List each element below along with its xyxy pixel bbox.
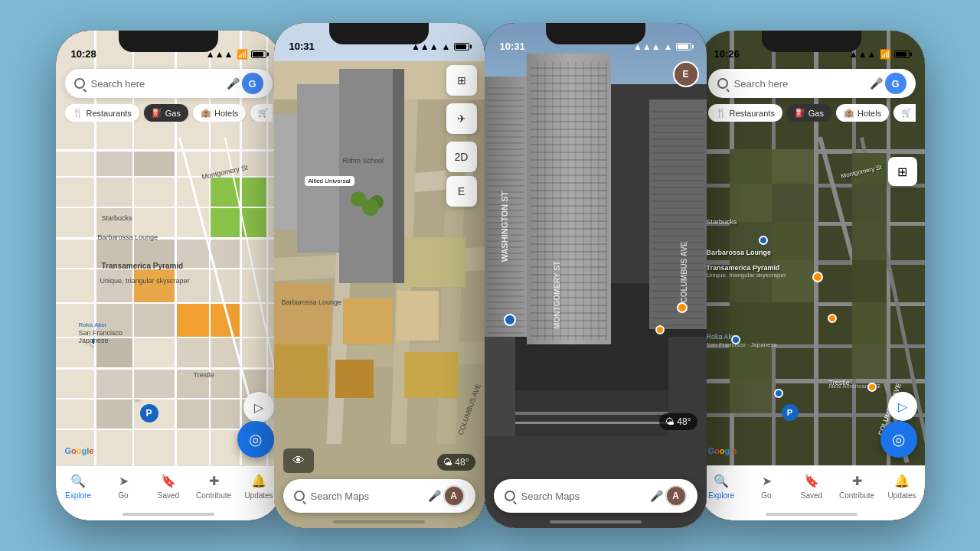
location-icon: ◎ (892, 430, 905, 448)
pill-groceries[interactable]: 🛒 Groceries (250, 104, 272, 122)
tab-go[interactable]: ➤ Go (101, 472, 146, 500)
pill-label: Restaurants (87, 109, 132, 118)
sat-pin-blue (759, 236, 768, 245)
street-label-columbus: COLUMBUS AVE (679, 242, 688, 303)
phone-4-search-bar[interactable]: Search here 🎤 G (708, 69, 916, 98)
google-logo-sat: Google (708, 446, 737, 455)
mic-icon[interactable]: 🎤 (426, 487, 443, 504)
phone-2-time: 10:31 (289, 41, 315, 52)
navigate-icon: ▷ (254, 400, 263, 415)
windows (531, 61, 607, 341)
tab-go-4[interactable]: ➤ Go (744, 472, 789, 500)
search-icon (74, 78, 85, 89)
sat-block (772, 222, 814, 260)
pill-restaurants[interactable]: 🍴 Restaurants (65, 104, 139, 122)
binoculars-icon: 👁 (292, 454, 305, 468)
fab-button[interactable]: ◎ (237, 421, 274, 458)
road (56, 207, 282, 208)
fab-button-sat[interactable]: ◎ (880, 421, 917, 458)
sat-block (852, 260, 887, 302)
mic-icon[interactable]: 🎤 (648, 487, 665, 504)
phone-3-search[interactable]: Search Maps 🎤 A (494, 479, 697, 513)
tab-saved-4[interactable]: 🔖 Saved (789, 472, 835, 500)
tab-label: Updates (887, 491, 916, 500)
account-icon[interactable]: G (242, 73, 263, 94)
tab-contribute[interactable]: ✚ Contribute (191, 472, 237, 500)
tab-explore[interactable]: 🔍 Explore (56, 472, 101, 500)
city-block (175, 337, 240, 367)
layers-icon: ⊞ (897, 165, 907, 179)
2d-button[interactable]: 2D (446, 142, 477, 172)
city-block (94, 398, 132, 429)
pill-gas-4[interactable]: ⛽ Gas (787, 104, 831, 122)
phone-1-screen: 10:28 ▲▲▲ 📶 (56, 31, 282, 520)
pill-hotels-4[interactable]: 🏨 Hotels (836, 104, 889, 122)
sat-pin-blue3 (774, 389, 783, 398)
tab-saved[interactable]: 🔖 Saved (146, 472, 191, 500)
explore-icon: 🔍 (70, 472, 87, 489)
pill-label: Hotels (214, 109, 238, 118)
binoculars-button[interactable]: 👁 (283, 448, 314, 473)
pill-label: Gas (808, 109, 824, 118)
windows (652, 106, 704, 327)
avatar[interactable]: A (665, 485, 687, 507)
user-button[interactable]: E (446, 176, 477, 207)
building-right (649, 99, 707, 329)
account-icon[interactable]: G (885, 73, 906, 94)
road-line (515, 412, 676, 415)
search-icon (294, 491, 305, 501)
city-block (94, 176, 132, 207)
layers-button-sat[interactable]: ⊞ (888, 157, 917, 186)
tab-label: Saved (158, 491, 179, 500)
saved-icon: 🔖 (160, 472, 177, 489)
phone-1-search-bar[interactable]: Search here 🎤 G (65, 69, 273, 98)
map-pin-orange (677, 302, 688, 313)
map-label-transamerica-sub: Unique, triangular skyscraper (100, 277, 190, 285)
label-allied: Allied Universal (305, 176, 354, 186)
navigate-button[interactable]: ▷ (243, 392, 274, 422)
road (56, 176, 282, 178)
wifi-icon: ▲ (442, 41, 451, 52)
home-indicator (550, 520, 642, 523)
city-block (94, 149, 132, 176)
sat-label-japanese: San Francisco · Japanese (707, 341, 778, 348)
pill-restaurants-4[interactable]: 🍴 Restaurants (708, 104, 782, 122)
lower-building (485, 329, 515, 436)
sat-block (730, 379, 772, 413)
pill-label: Gas (165, 109, 181, 118)
pill-groceries-4[interactable]: 🛒 Groceries (893, 104, 915, 122)
avatar[interactable]: A (443, 485, 465, 507)
city-block (94, 367, 175, 398)
tab-contribute-4[interactable]: ✚ Contribute (835, 472, 880, 500)
mic-icon[interactable]: 🎤 (868, 75, 885, 92)
phone-4: 10:26 ▲▲▲ 📶 (699, 31, 925, 520)
phone-3-screen: 10:31 ▲▲▲ ▲ (485, 23, 707, 528)
compass-button[interactable]: ✈ (446, 103, 477, 134)
pill-hotels[interactable]: 🏨 Hotels (193, 104, 246, 122)
sat-pin-orange (812, 272, 823, 282)
temp-text: 48° (677, 416, 691, 427)
building-6 (397, 291, 439, 341)
sat-block (852, 302, 887, 344)
phone-2-search[interactable]: Search Maps 🎤 A (283, 479, 475, 513)
city-block-orange (132, 268, 175, 302)
pill-gas[interactable]: ⛽ Gas (144, 104, 188, 122)
wifi-icon: 📶 (880, 49, 891, 60)
phone-4-category-pills: 🍴 Restaurants ⛽ Gas 🏨 Hotels 🛒 Groceries (708, 104, 916, 122)
tab-label: Contribute (196, 491, 231, 500)
sat-block (730, 184, 772, 222)
mic-icon[interactable]: 🎤 (225, 75, 242, 92)
city-block (132, 149, 175, 176)
tab-updates-4[interactable]: 🔔 Updates (880, 472, 925, 500)
user-avatar[interactable]: E (673, 61, 699, 87)
label-rithm: Rithm School (343, 157, 384, 165)
phone-3-time: 10:31 (500, 41, 525, 52)
home-indicator (122, 513, 214, 516)
home-indicator (333, 520, 425, 523)
layers-button[interactable]: ⊞ (446, 65, 477, 96)
map-label-barbarossa: Barbarossa Lounge (98, 233, 158, 241)
phone-1-status-icons: ▲▲▲ 📶 (206, 49, 266, 60)
map-label-trestle: Trestle (194, 371, 214, 379)
navigate-button-sat[interactable]: ▷ (888, 392, 917, 421)
tab-label: Explore (65, 491, 91, 500)
